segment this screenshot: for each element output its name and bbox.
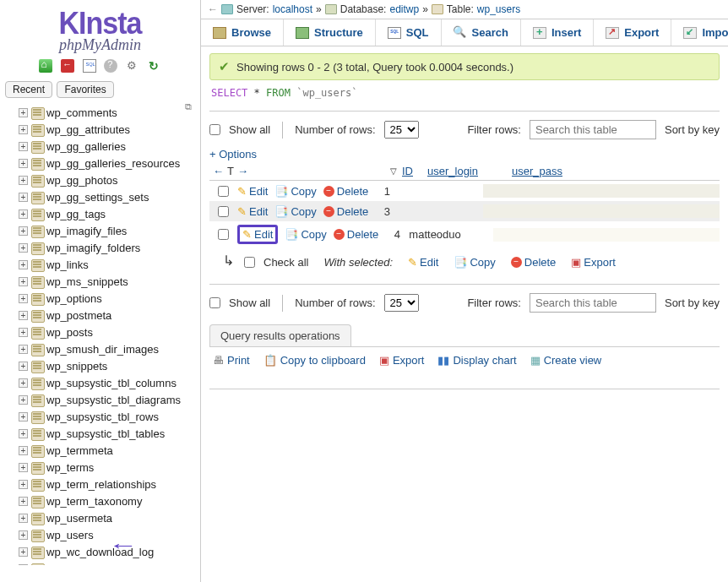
- col-login[interactable]: user_login: [427, 165, 512, 177]
- tree-table-wp_wc_product_meta_lookup[interactable]: +wp_wc_product_meta_lookup: [19, 560, 200, 565]
- table-link[interactable]: wp_postmeta: [46, 309, 111, 322]
- table-link[interactable]: wp_usermeta: [46, 512, 112, 525]
- expand-icon[interactable]: +: [19, 176, 28, 185]
- row-delete[interactable]: −Delete: [334, 228, 379, 241]
- table-link[interactable]: wp_options: [46, 292, 102, 305]
- row-copy[interactable]: 📑Copy: [274, 205, 316, 218]
- home-icon[interactable]: [39, 59, 52, 73]
- expand-icon[interactable]: +: [19, 294, 28, 303]
- filter-input-bottom[interactable]: [530, 293, 656, 313]
- expand-icon[interactable]: +: [19, 463, 28, 472]
- col-pass[interactable]: user_pass: [512, 165, 720, 177]
- expand-icon[interactable]: +: [19, 209, 28, 219]
- qro-chart[interactable]: ▮▮Display chart: [437, 354, 516, 367]
- table-link[interactable]: wp_termmeta: [46, 444, 113, 457]
- row-edit[interactable]: ✎Edit: [237, 225, 278, 244]
- reload-icon[interactable]: [148, 59, 161, 73]
- tab-sql[interactable]: SQL: [376, 19, 442, 46]
- tree-table-wp_posts[interactable]: +wp_posts: [19, 324, 200, 340]
- tree-table-wp_imagify_folders[interactable]: +wp_imagify_folders: [19, 239, 200, 256]
- expand-icon[interactable]: +: [19, 530, 28, 540]
- filter-input-top[interactable]: [530, 120, 656, 139]
- logout-icon[interactable]: [61, 59, 74, 73]
- expand-icon[interactable]: +: [19, 125, 28, 134]
- qro-print[interactable]: 🖶Print: [213, 354, 250, 367]
- expand-icon[interactable]: +: [19, 159, 28, 168]
- expand-icon[interactable]: +: [19, 497, 28, 506]
- bc-server-link[interactable]: localhost: [273, 3, 312, 15]
- showall-checkbox-top[interactable]: [209, 124, 220, 135]
- tree-table-wp_gg_galleries[interactable]: +wp_gg_galleries: [19, 138, 200, 155]
- showall-checkbox-bottom[interactable]: [209, 297, 220, 308]
- tree-table-wp_terms[interactable]: +wp_terms: [19, 459, 200, 476]
- tree-table-wp_gg_tags[interactable]: +wp_gg_tags: [19, 205, 200, 222]
- expand-icon[interactable]: +: [19, 547, 28, 557]
- checkall-label[interactable]: Check all: [263, 256, 308, 269]
- bulk-edit[interactable]: ✎Edit: [408, 256, 438, 269]
- row-checkbox[interactable]: [218, 229, 229, 240]
- col-id[interactable]: ID: [402, 165, 427, 177]
- table-link[interactable]: wp_ms_snippets: [46, 275, 128, 288]
- expand-icon[interactable]: +: [19, 328, 28, 337]
- row-delete[interactable]: −Delete: [323, 205, 369, 218]
- tree-table-wp_termmeta[interactable]: +wp_termmeta: [19, 442, 200, 459]
- table-link[interactable]: wp_terms: [46, 461, 94, 474]
- tree-table-wp_supsystic_tbl_rows[interactable]: +wp_supsystic_tbl_rows: [19, 408, 200, 425]
- row-delete[interactable]: −Delete: [323, 185, 369, 198]
- tree-table-wp_snippets[interactable]: +wp_snippets: [19, 357, 200, 374]
- expand-icon[interactable]: +: [19, 108, 28, 117]
- tree-table-wp_gg_attributes[interactable]: +wp_gg_attributes: [19, 121, 200, 138]
- row-checkbox[interactable]: [218, 186, 229, 197]
- table-link[interactable]: wp_gg_tags: [46, 208, 106, 220]
- numrows-select-bottom[interactable]: 25: [384, 294, 419, 312]
- table-link[interactable]: wp_gg_settings_sets: [46, 191, 149, 204]
- expand-icon[interactable]: +: [19, 564, 28, 566]
- expand-icon[interactable]: +: [19, 395, 28, 405]
- table-link[interactable]: wp_posts: [46, 326, 93, 339]
- table-link[interactable]: wp_links: [46, 258, 89, 271]
- tab-insert[interactable]: Insert: [521, 19, 594, 46]
- tab-import[interactable]: Import: [671, 19, 728, 46]
- row-edit[interactable]: ✎Edit: [237, 205, 268, 218]
- tree-table-wp_gg_galleries_resources[interactable]: +wp_gg_galleries_resources: [19, 155, 200, 171]
- help-icon[interactable]: [104, 59, 117, 73]
- tree-table-wp_options[interactable]: +wp_options: [19, 290, 200, 307]
- expand-icon[interactable]: +: [19, 142, 28, 151]
- tree-table-wp_supsystic_tbl_tables[interactable]: +wp_supsystic_tbl_tables: [19, 425, 200, 442]
- table-link[interactable]: wp_term_taxonomy: [46, 495, 142, 508]
- tab-browse[interactable]: Browse: [201, 19, 284, 46]
- table-link[interactable]: wp_gg_galleries: [46, 140, 126, 153]
- tree-table-wp_supsystic_tbl_columns[interactable]: +wp_supsystic_tbl_columns: [19, 374, 200, 391]
- tree-table-wp_ms_snippets[interactable]: +wp_ms_snippets: [19, 273, 200, 290]
- bulk-export[interactable]: ▣Export: [571, 256, 616, 269]
- tree-table-wp_comments[interactable]: +wp_comments: [19, 104, 200, 121]
- expand-icon[interactable]: +: [19, 480, 28, 489]
- row-edit[interactable]: ✎Edit: [237, 185, 268, 198]
- qro-copy[interactable]: 📋Copy to clipboard: [263, 354, 366, 367]
- qro-view[interactable]: ▦Create view: [530, 354, 602, 367]
- expand-icon[interactable]: +: [19, 362, 28, 371]
- bc-db-link[interactable]: editwp: [389, 3, 419, 15]
- link-icon[interactable]: ⧉: [185, 101, 192, 112]
- numrows-select-top[interactable]: 25: [384, 121, 419, 139]
- table-link[interactable]: wp_users: [46, 529, 94, 541]
- tab-export[interactable]: Export: [594, 19, 671, 46]
- options-toggle[interactable]: + Options: [209, 148, 720, 160]
- table-link[interactable]: wp_supsystic_tbl_rows: [46, 411, 159, 423]
- expand-icon[interactable]: +: [19, 260, 28, 269]
- tree-table-wp_usermeta[interactable]: +wp_usermeta: [19, 509, 200, 526]
- settings-icon[interactable]: [126, 59, 139, 73]
- row-checkbox[interactable]: [218, 206, 229, 217]
- table-link[interactable]: wp_gg_attributes: [46, 123, 130, 136]
- table-link[interactable]: wp_supsystic_tbl_columns: [46, 377, 177, 389]
- expand-icon[interactable]: +: [19, 226, 28, 236]
- row-copy[interactable]: 📑Copy: [274, 185, 316, 198]
- table-link[interactable]: wp_term_relationships: [46, 478, 156, 491]
- tree-table-wp_smush_dir_images[interactable]: +wp_smush_dir_images: [19, 340, 200, 357]
- tree-table-wp_postmeta[interactable]: +wp_postmeta: [19, 307, 200, 324]
- table-link[interactable]: wp_imagify_folders: [46, 242, 140, 254]
- tab-recent[interactable]: Recent: [5, 81, 52, 98]
- checkall-checkbox[interactable]: [244, 257, 255, 268]
- tree-table-wp_term_taxonomy[interactable]: +wp_term_taxonomy: [19, 492, 200, 509]
- tree-table-wp_links[interactable]: +wp_links: [19, 256, 200, 273]
